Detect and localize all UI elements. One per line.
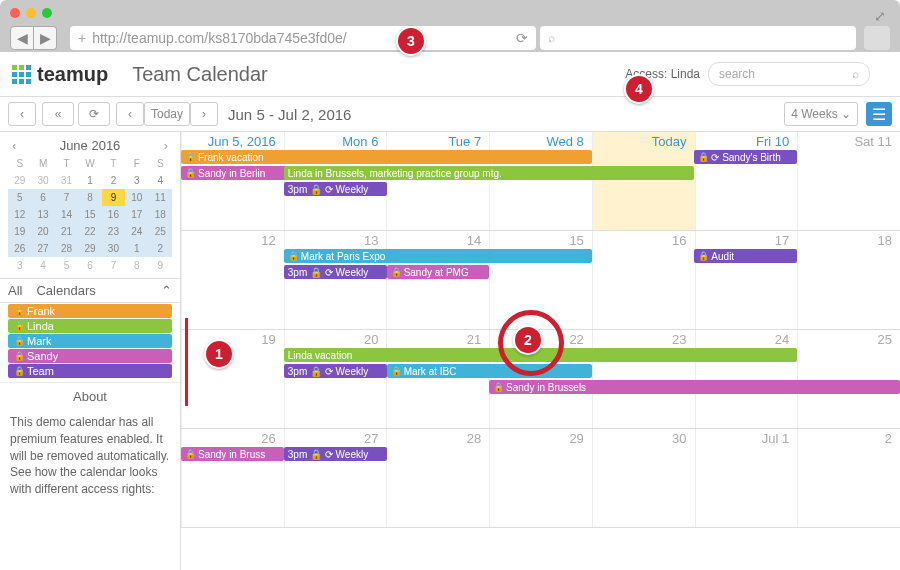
event[interactable]: 3pm 🔒 ⟳ Weekly [284, 364, 387, 378]
back-button[interactable]: ◀ [10, 26, 34, 50]
annotation-2: 2 [513, 325, 543, 355]
about-header: About [0, 382, 180, 410]
event[interactable]: 🔒Sandy in Brussels [489, 380, 900, 394]
event[interactable]: 🔒⟳ Sandy's Birth [694, 150, 797, 164]
nav-buttons: ◀ ▶ [10, 26, 57, 50]
menu-button[interactable]: ☰ [866, 102, 892, 126]
browser-button[interactable] [864, 26, 890, 50]
event[interactable]: 🔒Frank vacation [181, 150, 592, 164]
event[interactable]: 3pm 🔒 ⟳ Weekly [284, 265, 387, 279]
sidebar: ‹June 2016› SMTWTFS293031123456789101112… [0, 132, 181, 570]
event[interactable]: 🔒Mark at Paris Expo [284, 249, 592, 263]
search-input[interactable]: search⌕ [708, 62, 870, 86]
calendars-header[interactable]: All Calendars ⌃ [0, 278, 180, 303]
prev-period-button[interactable]: ‹ [8, 102, 36, 126]
close-dot[interactable] [10, 8, 20, 18]
calendar-tag[interactable]: 🔒Sandy [8, 349, 172, 363]
mini-prev[interactable]: ‹ [12, 138, 16, 153]
calendar-tag[interactable]: 🔒Mark [8, 334, 172, 348]
min-dot[interactable] [26, 8, 36, 18]
calendar-tag[interactable]: 🔒Team [8, 364, 172, 378]
annotation-3: 3 [396, 26, 426, 56]
url-bar[interactable]: +http://teamup.com/ks8170bda745e3fd0e/ ⟳ [70, 26, 536, 50]
about-text: This demo calendar has all premium featu… [0, 410, 180, 502]
date-range: Jun 5 - Jul 2, 2016 [228, 106, 351, 123]
forward-button[interactable]: ▶ [34, 26, 57, 50]
event[interactable]: 🔒Audit [694, 249, 797, 263]
logo: teamup [12, 63, 108, 86]
event[interactable]: 🔒Sandy in Bruss [181, 447, 284, 461]
mini-calendar[interactable]: ‹June 2016› SMTWTFS293031123456789101112… [0, 132, 180, 278]
first-button[interactable]: « [42, 102, 74, 126]
next-button[interactable]: › [190, 102, 218, 126]
calendar-tag[interactable]: 🔒Linda [8, 319, 172, 333]
event[interactable]: 🔒Sandy at PMG [387, 265, 489, 279]
calendar-tag[interactable]: 🔒Frank [8, 304, 172, 318]
event[interactable]: 🔒Mark at IBC [387, 364, 592, 378]
today-button[interactable]: Today [144, 102, 190, 126]
annotation-1: 1 [204, 339, 234, 369]
prev-button[interactable]: ‹ [116, 102, 144, 126]
event[interactable]: 3pm 🔒 ⟳ Weekly [284, 447, 387, 461]
max-dot[interactable] [42, 8, 52, 18]
event[interactable]: 3pm 🔒 ⟳ Weekly [284, 182, 387, 196]
reload-icon[interactable]: ⟳ [516, 30, 528, 46]
expand-icon[interactable]: ⤢ [874, 8, 886, 24]
search-icon: ⌕ [852, 67, 859, 81]
chevron-up-icon: ⌃ [161, 283, 172, 298]
event[interactable]: Linda in Brussels, marketing practice gr… [284, 166, 695, 180]
browser-search[interactable]: ⌕ [540, 26, 856, 50]
refresh-button[interactable]: ⟳ [78, 102, 110, 126]
page-title: Team Calendar [132, 63, 268, 86]
app-header: teamup Team Calendar Access: Linda searc… [0, 52, 900, 97]
annotation-4: 4 [624, 74, 654, 104]
mini-next[interactable]: › [164, 138, 168, 153]
browser-chrome: ⤢ ◀ ▶ +http://teamup.com/ks8170bda745e3f… [0, 0, 900, 52]
view-select[interactable]: 4 Weeks ⌄ [784, 102, 858, 126]
annotation-1-line [185, 318, 188, 406]
toolbar: ‹ « ⟳ ‹ Today › Jun 5 - Jul 2, 2016 4 We… [0, 97, 900, 132]
